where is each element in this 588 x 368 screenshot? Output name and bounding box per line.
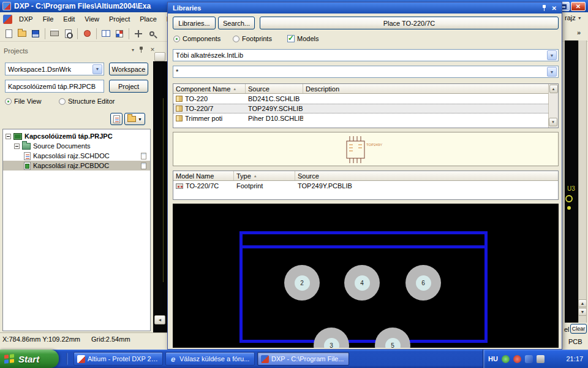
menu-place[interactable]: Place (135, 12, 162, 26)
components-radio[interactable]: Components (173, 35, 221, 42)
tree-row-project[interactable]: Kapcsolóüzemű táp.PRJPC (3, 131, 150, 141)
scroll-up-icon[interactable]: ▲ (549, 85, 558, 93)
project-combo[interactable]: Kapcsolóüzemű táp.PRJPCB (5, 80, 104, 93)
tray-icon-gray[interactable] (537, 355, 545, 363)
start-button[interactable]: Start (0, 350, 59, 368)
collapse-icon[interactable] (14, 144, 20, 149)
tray-icon-red[interactable] (513, 355, 521, 363)
clock[interactable]: 21:17 (566, 355, 583, 362)
menu-project[interactable]: Project (104, 12, 135, 26)
scroll-left-icon[interactable]: ◄ (154, 315, 165, 324)
menu-file[interactable]: File (38, 12, 59, 26)
place-component-button[interactable]: Place TO-220/7C (260, 17, 559, 29)
open-document-split-button[interactable]: ▼ (124, 113, 145, 125)
task-button-altium[interactable]: Altium - Protel DXP 20... (74, 352, 163, 366)
column-header-source[interactable]: Source (295, 171, 559, 180)
pad-2: 2 (284, 265, 320, 301)
tree-row-source-documents[interactable]: Source Documents (3, 141, 150, 151)
altium-task-icon (77, 355, 85, 363)
pad-dot (567, 206, 571, 210)
column-header-type[interactable]: Type▲ (234, 171, 295, 180)
column-header-name[interactable]: Component Name▲ (173, 84, 246, 93)
vertical-scrollbar[interactable] (578, 40, 587, 323)
libraries-panel-titlebar[interactable]: Libraries ✕ (168, 2, 562, 13)
pin-icon[interactable] (138, 47, 147, 53)
toolbar-separator (96, 28, 97, 39)
new-document-icon[interactable] (2, 28, 15, 40)
libraries-button[interactable]: Libraries... (173, 17, 216, 29)
grid-icon[interactable] (113, 28, 126, 40)
open-folder-icon[interactable] (16, 28, 28, 40)
print-icon[interactable] (48, 28, 61, 40)
component-table-header: Component Name▲ Source Description (173, 84, 558, 94)
component-table-scrollbar[interactable]: ▲ ▼ (548, 84, 558, 128)
tray-icon-blue[interactable] (525, 355, 533, 363)
pin-icon[interactable] (541, 5, 547, 11)
model-table: Model Name Type▲ Source TO-220/7C Footpr… (173, 171, 559, 200)
filter-mask-combo[interactable]: * ▼ (173, 66, 559, 78)
cursor-position: X:784.86mm Y:109.22mm (2, 335, 80, 343)
taskbar-divider (66, 353, 68, 365)
footprint-preview: 2 4 6 3 5 (173, 204, 559, 348)
pcb-panel-tab[interactable]: PCB (568, 338, 582, 345)
column-header-source[interactable]: Source (246, 84, 303, 93)
save-icon[interactable] (29, 28, 42, 40)
collapse-icon[interactable] (6, 134, 11, 139)
tree-row-pcbdoc[interactable]: Kapcsolási rajz.PCBDOC (3, 161, 150, 171)
project-button[interactable]: Project (109, 80, 148, 93)
tray-icon-green[interactable] (502, 355, 510, 363)
magnifier-icon[interactable] (146, 28, 158, 40)
menu-fragment-rajz[interactable]: rajz ▼ (565, 14, 582, 21)
close-button[interactable]: ✕ (571, 2, 586, 11)
chevron-down-icon: ▼ (578, 16, 582, 20)
component-row[interactable]: Trimmer poti Piher D10.SCHLIB (173, 113, 558, 123)
symbol-preview: TOP249Y (173, 132, 559, 166)
language-indicator[interactable]: HU (488, 355, 498, 362)
component-row[interactable]: TO-220 BD241C.SCHLIB (173, 94, 558, 104)
task-button-dxp-active[interactable]: DXP - C:\Program File... (257, 352, 349, 366)
panel-menu-icon[interactable]: ▾ (129, 47, 137, 53)
validate-project-button[interactable] (110, 113, 123, 125)
pad-ring (565, 195, 573, 202)
combo-arrow-icon[interactable]: ▼ (92, 64, 102, 74)
models-checkbox[interactable]: Models (287, 35, 318, 42)
dxp-menu-icon (3, 15, 12, 24)
menu-view[interactable]: View (80, 12, 104, 26)
panel-close-icon[interactable]: ✕ (552, 5, 557, 12)
combo-arrow-icon[interactable]: ▼ (547, 67, 557, 77)
file-view-radio[interactable]: File View (5, 98, 41, 105)
column-header-model[interactable]: Model Name (173, 171, 234, 180)
projects-panel-title: Projects (4, 47, 28, 55)
folder-icon (22, 143, 31, 150)
combo-arrow-icon[interactable]: ▼ (547, 50, 557, 60)
seal-icon[interactable] (81, 28, 93, 40)
footprints-radio[interactable]: Footprints (233, 35, 272, 42)
sheet-icon[interactable] (100, 28, 112, 40)
workspace-button[interactable]: Workspace (109, 63, 148, 75)
column-header-description[interactable]: Description (303, 84, 540, 93)
library-select-combo[interactable]: Tóbi alkatrészek.IntLib ▼ (173, 49, 559, 61)
tree-row-schdoc[interactable]: Kapcsolási rajz.SCHDOC (3, 151, 150, 161)
component-row-selected[interactable]: TO-220/7 TOP249Y.SCHLIB (173, 104, 558, 113)
print-preview-icon[interactable] (62, 28, 74, 40)
workspace-combo[interactable]: Workspace1.DsnWrk ▼ (5, 63, 104, 75)
menu-dxp[interactable]: DXP (14, 12, 38, 26)
model-row[interactable]: TO-220/7C Footprint TOP249Y.PCBLIB (173, 181, 558, 191)
clear-button[interactable]: Clear (570, 324, 587, 334)
radio-icon (5, 98, 12, 105)
scroll-down-icon[interactable]: ▼ (578, 308, 587, 316)
project-tree: Kapcsolóüzemű táp.PRJPC Source Documents… (2, 129, 151, 331)
libraries-panel: Libraries ✕ Libraries... Search... Place… (167, 2, 562, 350)
open-page-icon (141, 153, 146, 159)
sort-icon: ▲ (233, 87, 236, 91)
scrollbar-button[interactable] (154, 52, 165, 61)
structure-editor-radio[interactable]: Structure Editor (59, 98, 115, 105)
menu-edit[interactable]: Edit (58, 12, 80, 26)
scroll-down-icon[interactable]: ▼ (549, 118, 557, 126)
chevron-down-icon: ▼ (138, 117, 142, 121)
task-button-forum[interactable]: e Válasz küldése a fóru... (165, 352, 255, 366)
crosshair-icon[interactable] (132, 28, 145, 40)
grid-setting: Grid:2.54mm (91, 335, 130, 343)
scroll-up-icon[interactable]: ▲ (578, 299, 587, 307)
search-button[interactable]: Search... (218, 17, 255, 29)
